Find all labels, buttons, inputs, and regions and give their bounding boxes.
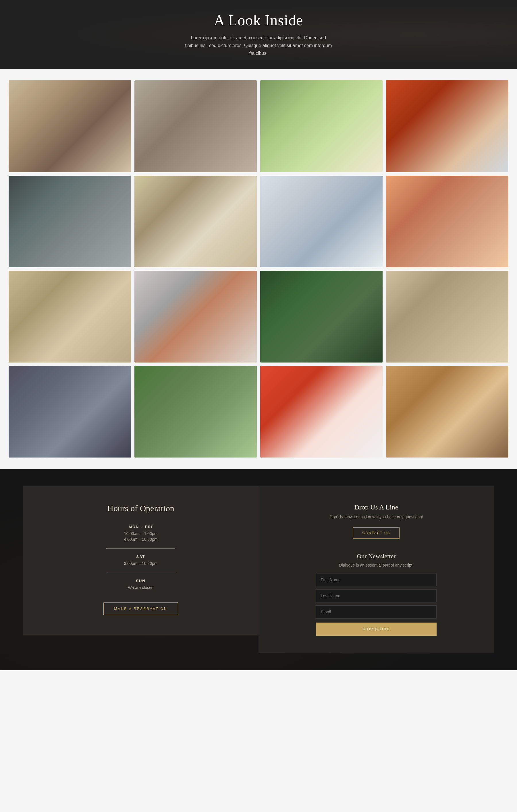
- subscribe-button[interactable]: SUBSCRIBE: [316, 622, 437, 636]
- hours-divider-2: [106, 573, 175, 573]
- gallery-item-13[interactable]: [9, 366, 131, 458]
- hours-day-sun: SUN: [136, 579, 145, 583]
- last-name-input[interactable]: [316, 589, 437, 603]
- gallery-grid: [9, 80, 508, 458]
- hours-time-monfri-1: 10:00am – 1:00pm: [124, 531, 158, 536]
- hero-description: Lorem ipsum dolor sit amet, consectetur …: [184, 34, 333, 57]
- hours-title: Hours of Operation: [107, 503, 174, 513]
- gallery-item-8[interactable]: [386, 176, 508, 267]
- info-section: Hours of Operation MON – FRI 10:00am – 1…: [0, 469, 517, 670]
- contact-description: Don't be shy. Let us know if you have an…: [330, 515, 423, 519]
- contact-title: Drop Us A Line: [354, 503, 398, 511]
- gallery-item-3[interactable]: [260, 80, 383, 172]
- gallery-section: [0, 69, 517, 469]
- gallery-item-5[interactable]: [9, 176, 131, 267]
- hours-time-sat: 3:00pm – 10:30pm: [124, 561, 158, 566]
- hours-day-monfri: MON – FRI: [129, 525, 153, 529]
- newsletter-section: Our Newsletter Dialogue is an essential …: [316, 553, 437, 636]
- gallery-item-2[interactable]: [134, 80, 257, 172]
- email-input[interactable]: [316, 605, 437, 618]
- hours-time-monfri-2: 4:00pm – 10:30pm: [124, 537, 158, 542]
- gallery-item-15[interactable]: [260, 366, 383, 458]
- gallery-item-14[interactable]: [134, 366, 257, 458]
- hero-title: A Look Inside: [184, 12, 333, 29]
- hours-closed-text: We are closed: [128, 585, 153, 590]
- hours-panel: Hours of Operation MON – FRI 10:00am – 1…: [23, 486, 258, 636]
- hero-content: A Look Inside Lorem ipsum dolor sit amet…: [184, 12, 333, 57]
- contact-panel: Drop Us A Line Don't be shy. Let us know…: [258, 486, 494, 653]
- hours-day-sat: SAT: [136, 554, 145, 559]
- gallery-item-10[interactable]: [134, 271, 257, 362]
- newsletter-description: Dialogue is an essential part of any scr…: [316, 563, 437, 568]
- gallery-item-12[interactable]: [386, 271, 508, 362]
- newsletter-title: Our Newsletter: [316, 553, 437, 560]
- gallery-item-4[interactable]: [386, 80, 508, 172]
- gallery-item-6[interactable]: [134, 176, 257, 267]
- make-reservation-button[interactable]: MAKE A RESERVATION: [103, 603, 178, 615]
- contact-us-button[interactable]: CONTACT US: [353, 527, 400, 539]
- gallery-item-11[interactable]: [260, 271, 383, 362]
- gallery-item-9[interactable]: [9, 271, 131, 362]
- info-content: Hours of Operation MON – FRI 10:00am – 1…: [0, 469, 517, 670]
- hero-section: A Look Inside Lorem ipsum dolor sit amet…: [0, 0, 517, 69]
- gallery-item-16[interactable]: [386, 366, 508, 458]
- gallery-item-7[interactable]: [260, 176, 383, 267]
- gallery-item-1[interactable]: [9, 80, 131, 172]
- first-name-input[interactable]: [316, 573, 437, 586]
